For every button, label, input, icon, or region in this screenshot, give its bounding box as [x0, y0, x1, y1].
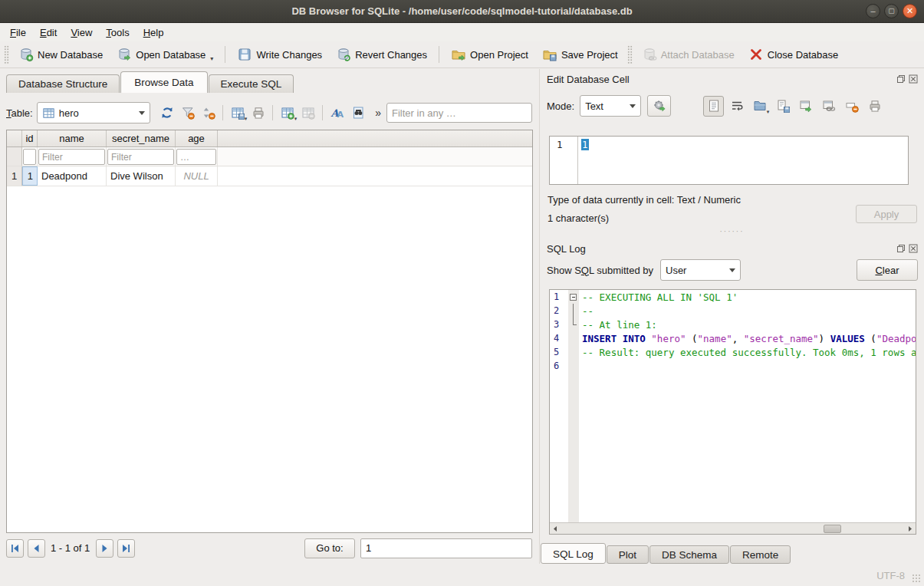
column-header-id[interactable]: id: [22, 130, 38, 146]
print-button[interactable]: [248, 104, 268, 123]
goto-record-input[interactable]: [360, 538, 532, 558]
revert-changes-icon: [336, 47, 351, 62]
last-record-button[interactable]: [117, 539, 135, 558]
edit-display-format-button[interactable]: AA: [327, 104, 347, 123]
tab-database-structure[interactable]: Database Structure: [6, 74, 120, 93]
float-dock-icon[interactable]: [896, 244, 906, 254]
clear-sorting-button[interactable]: [199, 104, 218, 123]
print-cell-button[interactable]: [864, 96, 885, 117]
sql-log-dock-header: SQL Log: [547, 242, 918, 255]
tab-execute-sql[interactable]: Execute SQL: [209, 74, 294, 93]
edit-cell-dock-header: Edit Database Cell: [547, 73, 918, 85]
scroll-right-icon[interactable]: [905, 524, 916, 534]
new-database-button[interactable]: New Database: [13, 44, 108, 65]
export-data-button[interactable]: [772, 96, 793, 117]
close-dock-icon[interactable]: [908, 244, 918, 254]
edit-display-format-icon: AA: [330, 106, 344, 120]
clear-log-button[interactable]: Clear: [857, 259, 918, 281]
column-header-name[interactable]: name: [38, 130, 107, 146]
revert-changes-button[interactable]: Revert Changes: [330, 44, 432, 65]
fold-marker[interactable]: [568, 290, 579, 304]
filter-input-age[interactable]: …: [176, 149, 216, 165]
cell-age[interactable]: NULL: [176, 166, 218, 186]
open-project-button[interactable]: Open Project: [446, 44, 534, 65]
write-changes-button[interactable]: Write Changes: [232, 44, 327, 65]
close-dock-icon[interactable]: [908, 74, 918, 84]
cell-editor[interactable]: 1 1: [549, 136, 909, 185]
toolbar-overflow-chevron[interactable]: »: [375, 107, 381, 119]
sql-log-line: 1-- EXECUTING ALL IN 'SQL 1': [550, 290, 916, 304]
refresh-button[interactable]: [157, 104, 176, 123]
first-record-button[interactable]: [6, 539, 24, 558]
tab-browse-data[interactable]: Browse Data: [120, 71, 207, 93]
link-cell-icon: [822, 99, 836, 113]
maximize-button[interactable]: ▢: [884, 4, 899, 18]
edit-cell-title: Edit Database Cell: [547, 74, 630, 85]
open-database-button[interactable]: Open Database▾: [111, 44, 219, 65]
save-results-button[interactable]: ▾: [228, 104, 247, 123]
set-null-button[interactable]: [841, 96, 862, 117]
previous-record-button[interactable]: [28, 539, 45, 558]
sql-log-view[interactable]: 1-- EXECUTING ALL IN 'SQL 1'2--3-- At li…: [549, 289, 916, 535]
dock-tab-remote[interactable]: Remote: [730, 545, 791, 564]
resize-grip[interactable]: [912, 574, 922, 584]
float-dock-icon[interactable]: [896, 74, 906, 84]
grid-header-filler: [218, 130, 532, 146]
save-project-button[interactable]: Save Project: [537, 44, 623, 65]
menu-help[interactable]: Help: [136, 25, 171, 41]
column-header-secret-name[interactable]: secret_name: [107, 130, 176, 146]
dropdown-arrow-icon[interactable]: ▾: [245, 116, 248, 122]
import-data-button[interactable]: ▾: [749, 96, 770, 117]
find-in-table-button[interactable]: [348, 104, 367, 123]
column-header-age[interactable]: age: [176, 130, 218, 146]
dock-tab-bar: SQL LogPlotDB SchemaRemote: [541, 542, 924, 564]
content-area: Database StructureBrowse DataExecute SQL…: [0, 69, 924, 564]
filter-input-secret-name[interactable]: Filter: [107, 149, 174, 165]
mode-label: Mode:: [547, 100, 574, 112]
cell-id[interactable]: 1: [22, 166, 38, 186]
next-record-button[interactable]: [96, 539, 113, 558]
mode-select[interactable]: Text: [580, 95, 641, 117]
scroll-left-icon[interactable]: [550, 524, 561, 534]
scrollbar-thumb[interactable]: [824, 525, 841, 533]
filter-input-id[interactable]: [23, 149, 36, 165]
close-button[interactable]: ✕: [903, 4, 917, 18]
dock-splitter-handle[interactable]: ······: [540, 229, 924, 234]
dropdown-arrow-icon[interactable]: ▾: [210, 55, 213, 62]
apply-button[interactable]: Apply: [856, 205, 917, 223]
cell-secret-name[interactable]: Dive Wilson: [107, 166, 176, 186]
dropdown-arrow-icon[interactable]: ▾: [767, 109, 770, 115]
fold-marker: [568, 359, 579, 373]
goto-button[interactable]: Go to:: [304, 538, 355, 558]
toolbar-drag-handle[interactable]: [627, 45, 633, 64]
dock-tab-sql-log[interactable]: SQL Log: [541, 543, 606, 564]
chevron-down-icon: [630, 104, 636, 108]
show-sql-label: Show SQL submitted by: [547, 265, 653, 276]
edit-cell-toolbar: Mode: Text ▾: [547, 94, 918, 117]
link-cell-button[interactable]: [818, 96, 839, 117]
menu-file[interactable]: File: [3, 25, 33, 41]
dropdown-arrow-icon[interactable]: ▾: [294, 116, 298, 122]
filter-input-name[interactable]: Filter: [38, 149, 105, 165]
open-external-button[interactable]: [795, 96, 816, 117]
clear-filters-button[interactable]: [178, 104, 197, 123]
horizontal-scrollbar[interactable]: [550, 522, 916, 534]
dock-tab-plot[interactable]: Plot: [607, 545, 649, 564]
menu-view[interactable]: View: [64, 25, 99, 41]
word-wrap-button[interactable]: [726, 96, 747, 117]
toolbar-drag-handle[interactable]: [4, 45, 9, 64]
auto-apply-button[interactable]: [647, 95, 671, 117]
menu-tools[interactable]: Tools: [99, 25, 136, 41]
dock-tab-db-schema[interactable]: DB Schema: [649, 545, 729, 564]
text-mode-button[interactable]: [703, 96, 724, 117]
filter-any-column-input[interactable]: [386, 103, 532, 123]
minimize-button[interactable]: –: [866, 4, 880, 18]
cell-name[interactable]: Deadpond: [38, 166, 107, 186]
menu-edit[interactable]: Edit: [33, 25, 64, 41]
sql-log-line: 4INSERT INTO "hero" ("name", "secret_nam…: [550, 331, 916, 345]
table-select[interactable]: hero: [37, 102, 150, 123]
sql-source-select[interactable]: User: [660, 259, 741, 281]
close-database-button[interactable]: Close Database: [743, 44, 844, 65]
insert-record-button[interactable]: ▾: [278, 104, 297, 123]
row-number-cell[interactable]: 1: [7, 166, 22, 186]
